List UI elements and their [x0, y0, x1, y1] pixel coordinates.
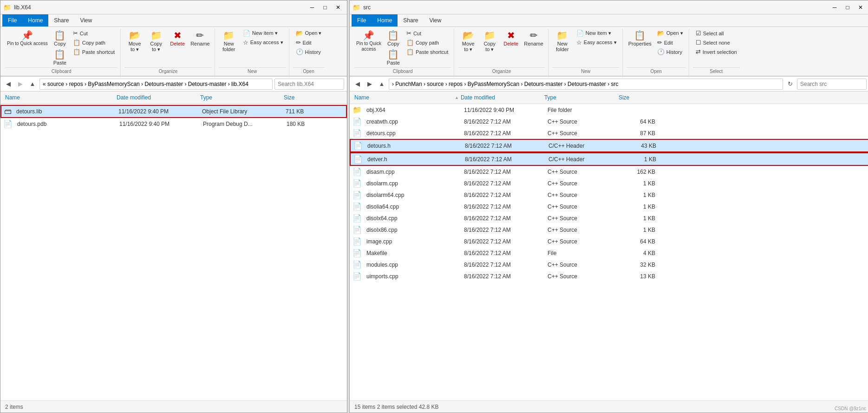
table-row[interactable]: 🗃detours.lib11/16/2022 9:40 PMObject Fil… — [0, 105, 347, 118]
copy-button-right[interactable]: 📋 Copy — [384, 29, 403, 47]
delete-button-left[interactable]: ✖ Delete — [167, 29, 188, 47]
address-input-right[interactable] — [389, 79, 783, 90]
file-name: detours.h — [365, 143, 463, 149]
cut-button-left[interactable]: ✂ Cut — [70, 29, 117, 38]
tab-share-right[interactable]: Share — [398, 14, 424, 26]
table-row[interactable]: 📄detours.cpp8/16/2022 7:12 AMC++ Source8… — [350, 127, 868, 139]
table-row[interactable]: 📄modules.cpp8/16/2022 7:12 AMC++ Source3… — [350, 259, 868, 270]
open-button-left[interactable]: 📂 Open ▾ — [293, 29, 325, 38]
col-size-right[interactable]: Size — [617, 93, 654, 102]
copy-icon-right: 📋 — [387, 31, 399, 40]
new-folder-button-left[interactable]: 📁 Newfolder — [219, 29, 239, 53]
history-button-right[interactable]: 🕐 History — [654, 47, 686, 56]
table-row[interactable]: 📄detver.h8/16/2022 7:12 AMC/C++ Header1 … — [350, 152, 868, 166]
address-input-left[interactable] — [39, 79, 273, 90]
left-new-content: 📁 Newfolder 📄 New item ▾ ☆ Easy access ▾ — [219, 29, 286, 66]
search-input-left[interactable] — [274, 79, 344, 90]
rename-button-right[interactable]: ✏ Rename — [522, 29, 545, 47]
copy-path-button-right[interactable]: 📋 Copy path — [404, 38, 451, 47]
table-row[interactable]: 📄Makefile8/16/2022 7:12 AMFile4 KB — [350, 247, 868, 259]
table-row[interactable]: 📄creatwth.cpp8/16/2022 7:12 AMC++ Source… — [350, 116, 868, 127]
copy-to-button-left[interactable]: 📁 Copyto ▾ — [146, 29, 166, 53]
tab-home-right[interactable]: Home — [372, 14, 398, 26]
rename-button-left[interactable]: ✏ Rename — [189, 29, 212, 47]
paste-button-left[interactable]: 📋 Paste — [51, 48, 69, 66]
col-type-right[interactable]: Type — [542, 93, 617, 102]
table-row[interactable]: 📄disolia64.cpp8/16/2022 7:12 AMC++ Sourc… — [350, 201, 868, 212]
col-type-left[interactable]: Type — [198, 93, 282, 102]
new-item-button-left[interactable]: 📄 New item ▾ — [240, 29, 286, 38]
copy-to-icon-right: 📁 — [484, 31, 496, 40]
table-row[interactable]: 📄disolx86.cpp8/16/2022 7:12 AMC++ Source… — [350, 224, 868, 236]
up-button-right[interactable]: ▲ — [377, 79, 387, 89]
minimize-button[interactable]: ─ — [306, 3, 318, 12]
maximize-button-right[interactable]: □ — [842, 3, 854, 12]
delete-button-right[interactable]: ✖ Delete — [501, 29, 521, 47]
pin-quick-access-button[interactable]: 📌 Pin to Quick access — [5, 29, 50, 47]
edit-button-left[interactable]: ✏ Edit — [293, 38, 325, 47]
move-to-button-left[interactable]: 📂 Moveto ▾ — [124, 29, 145, 53]
paste-button-right[interactable]: 📋 Paste — [384, 48, 403, 66]
search-input-right[interactable] — [797, 79, 867, 90]
paste-shortcut-button-right[interactable]: 📋 Paste shortcut — [404, 47, 451, 56]
minimize-button-right[interactable]: ─ — [829, 3, 841, 12]
table-row[interactable]: 📁obj.X6411/16/2022 9:40 PMFile folder — [350, 104, 868, 116]
file-icon: 📄 — [353, 155, 363, 164]
file-name: obj.X64 — [365, 107, 462, 113]
table-row[interactable]: 📄disolx64.cpp8/16/2022 7:12 AMC++ Source… — [350, 212, 868, 224]
col-name-left[interactable]: Name — [3, 93, 115, 102]
col-date-left[interactable]: Date modified — [115, 93, 198, 102]
copy-button-left[interactable]: 📋 Copy — [51, 29, 69, 47]
right-organize-label: Organize — [458, 67, 545, 74]
table-row[interactable]: 📄detours.h8/16/2022 7:12 AMC/C++ Header4… — [350, 139, 868, 152]
invert-selection-icon: ⇄ — [696, 48, 701, 55]
tab-file-left[interactable]: File — [2, 14, 22, 26]
easy-access-button-right[interactable]: ☆ Easy access ▾ — [574, 38, 620, 47]
cut-button-right[interactable]: ✂ Cut — [404, 29, 451, 38]
table-row[interactable]: 📄disolarm64.cpp8/16/2022 7:12 AMC++ Sour… — [350, 189, 868, 201]
edit-button-right[interactable]: ✏ Edit — [654, 38, 686, 47]
new-folder-button-right[interactable]: 📁 Newfolder — [552, 29, 573, 53]
history-button-left[interactable]: 🕐 History — [293, 47, 325, 56]
table-row[interactable]: 📄detours.pdb11/16/2022 9:40 PMProgram De… — [0, 118, 347, 130]
tab-file-right[interactable]: File — [352, 14, 372, 26]
select-all-button-right[interactable]: ☑ Select all — [693, 29, 740, 38]
table-row[interactable]: 📄disasm.cpp8/16/2022 7:12 AMC++ Source16… — [350, 166, 868, 177]
select-none-button-right[interactable]: ☐ Select none — [693, 38, 740, 47]
table-row[interactable]: 📄disolarm.cpp8/16/2022 7:12 AMC++ Source… — [350, 177, 868, 189]
col-date-right[interactable]: Date modified — [459, 93, 542, 102]
tab-view-right[interactable]: View — [424, 14, 447, 26]
tab-home-left[interactable]: Home — [22, 14, 48, 26]
col-name-right[interactable]: Name — [352, 93, 455, 102]
forward-button-left[interactable]: ▶ — [15, 79, 26, 89]
forward-button-right[interactable]: ▶ — [365, 79, 375, 89]
easy-access-button-left[interactable]: ☆ Easy access ▾ — [240, 38, 286, 47]
table-row[interactable]: 📄image.cpp8/16/2022 7:12 AMC++ Source64 … — [350, 236, 868, 247]
table-row[interactable]: 📄uimports.cpp8/16/2022 7:12 AMC++ Source… — [350, 270, 868, 282]
close-button-right[interactable]: ✕ — [855, 3, 867, 12]
col-size-left[interactable]: Size — [282, 93, 328, 102]
tab-view-left[interactable]: View — [74, 14, 98, 26]
refresh-button-right[interactable]: ↻ — [785, 79, 795, 89]
invert-selection-button-right[interactable]: ⇄ Invert selection — [693, 47, 740, 56]
up-button-left[interactable]: ▲ — [27, 79, 38, 89]
open-button-right[interactable]: 📂 Open ▾ — [654, 29, 686, 38]
left-file-list[interactable]: 🗃detours.lib11/16/2022 9:40 PMObject Fil… — [0, 105, 347, 400]
close-button[interactable]: ✕ — [332, 3, 344, 12]
tab-share-left[interactable]: Share — [48, 14, 74, 26]
copy-to-button-right[interactable]: 📁 Copyto ▾ — [479, 29, 500, 53]
right-file-list[interactable]: 📁obj.X6411/16/2022 9:40 PMFile folder📄cr… — [350, 104, 868, 400]
paste-shortcut-button-left[interactable]: 📋 Paste shortcut — [70, 47, 117, 56]
maximize-button[interactable]: □ — [319, 3, 331, 12]
move-to-button-right[interactable]: 📂 Moveto ▾ — [458, 29, 478, 53]
back-button-right[interactable]: ◀ — [352, 79, 363, 89]
file-size: 1 KB — [620, 227, 657, 233]
file-size: 64 KB — [620, 238, 657, 245]
right-title-bar: 📁 src ─ □ ✕ — [350, 0, 868, 14]
copy-path-button-left[interactable]: 📋 Copy path — [70, 38, 117, 47]
pin-quick-access-button-right[interactable]: 📌 Pin to Quickaccess — [354, 29, 383, 53]
back-button-left[interactable]: ◀ — [3, 79, 13, 89]
new-item-button-right[interactable]: 📄 New item ▾ — [574, 29, 620, 38]
left-window-icon: 📁 — [3, 4, 11, 11]
properties-button-right[interactable]: 📋 Properties — [627, 29, 653, 47]
